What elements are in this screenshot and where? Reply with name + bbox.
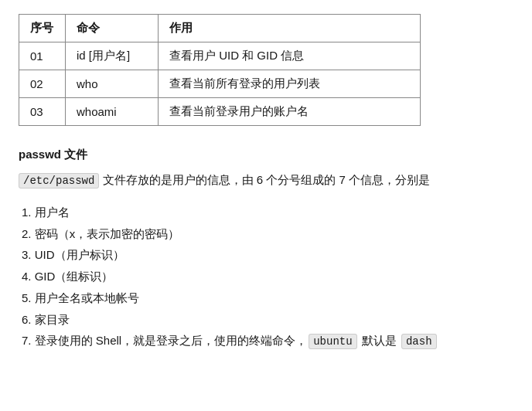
list-item-7: 7. 登录使用的 Shell，就是登录之后，使用的终端命令，ubuntu 默认是… — [22, 330, 513, 352]
item7-code2: dash — [401, 334, 437, 349]
list-item: 5. 用户全名或本地帐号 — [22, 287, 513, 309]
item7-mid: 默认是 — [359, 334, 400, 347]
commands-table: 序号 命令 作用 01 id [用户名] 查看用户 UID 和 GID 信息 0… — [19, 14, 421, 126]
row-cmd: whoami — [66, 98, 159, 126]
passwd-section: passwd 文件 /etc/passwd 文件存放的是用户的信息，由 6 个分… — [19, 148, 513, 352]
row-id: 02 — [19, 70, 66, 98]
item7-code1: ubuntu — [309, 334, 356, 349]
table-header-desc: 作用 — [159, 15, 421, 42]
section-title: passwd 文件 — [19, 148, 513, 162]
row-id: 01 — [19, 42, 66, 70]
list-item: 4. GID（组标识） — [22, 266, 513, 287]
section-description: /etc/passwd 文件存放的是用户的信息，由 6 个分号组成的 7 个信息… — [19, 170, 513, 191]
table-row: 02 who 查看当前所有登录的用户列表 — [19, 70, 421, 98]
info-list: 1. 用户名 2. 密码（x，表示加密的密码） 3. UID（用户标识） 4. … — [19, 202, 513, 352]
list-item: 2. 密码（x，表示加密的密码） — [22, 223, 513, 245]
row-desc: 查看当前所有登录的用户列表 — [159, 70, 421, 98]
file-path-code: /etc/passwd — [19, 173, 99, 189]
row-id: 03 — [19, 98, 66, 126]
row-desc: 查看当前登录用户的账户名 — [159, 98, 421, 126]
desc-text: 文件存放的是用户的信息，由 6 个分号组成的 7 个信息，分别是 — [99, 173, 430, 186]
item7-text: 7. 登录使用的 Shell，就是登录之后，使用的终端命令， — [22, 334, 307, 347]
list-item: 6. 家目录 — [22, 309, 513, 331]
table-header-id: 序号 — [19, 15, 66, 42]
table-header-cmd: 命令 — [66, 15, 159, 42]
row-cmd: id [用户名] — [66, 42, 159, 70]
list-item: 3. UID（用户标识） — [22, 244, 513, 266]
table-row: 01 id [用户名] 查看用户 UID 和 GID 信息 — [19, 42, 421, 70]
row-desc: 查看用户 UID 和 GID 信息 — [159, 42, 421, 70]
row-cmd: who — [66, 70, 159, 98]
table-row: 03 whoami 查看当前登录用户的账户名 — [19, 98, 421, 126]
list-item: 1. 用户名 — [22, 202, 513, 223]
